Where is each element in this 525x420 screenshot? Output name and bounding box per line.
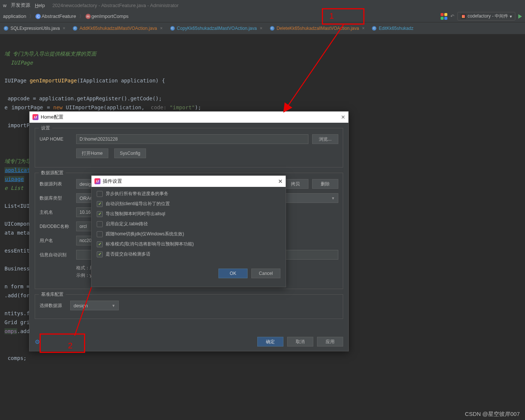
chk-async-progress[interactable]: 异步执行所有带有进度条的事务: [97, 191, 280, 197]
plugin-settings-dialog: IJ 插件设置 ✕ 异步执行所有带有进度条的事务 自动识别client端导出补丁…: [91, 175, 286, 287]
chk-auto-client-patch[interactable]: 自动识别client端导出补丁的位置: [97, 201, 280, 207]
dialog-titlebar[interactable]: IJ 插件设置 ✕: [91, 176, 286, 187]
checkbox-icon[interactable]: [97, 241, 103, 247]
copy-button[interactable]: 拷贝: [282, 179, 308, 189]
titlebar: w 开发资源 Help 2024newcodefactory - Abstrac…: [0, 0, 525, 10]
uap-home-input[interactable]: [76, 134, 308, 144]
breadcrumb-sep-icon: 〉: [79, 13, 84, 20]
ok-button[interactable]: OK: [218, 269, 248, 278]
legend-base: 基准库配置: [39, 291, 66, 298]
intellij-icon: [461, 14, 466, 19]
baselib-fieldset: 基准库配置 选择数据源 design▼: [35, 294, 343, 319]
checkbox-icon[interactable]: [97, 191, 103, 197]
base-ds-select[interactable]: design▼: [70, 301, 119, 310]
close-icon[interactable]: ×: [160, 26, 163, 31]
class-icon: C: [35, 14, 41, 19]
checkbox-icon[interactable]: [97, 201, 103, 207]
close-icon[interactable]: ✕: [278, 178, 283, 184]
close-icon[interactable]: ×: [63, 26, 65, 31]
odbc-label: DB/ODBC名称: [40, 223, 72, 230]
menu-dev-resources[interactable]: 开发资源: [11, 2, 30, 9]
checkbox-icon[interactable]: [97, 211, 103, 217]
java-class-icon: C: [4, 26, 8, 31]
chk-follow-home-jdk[interactable]: 跟随home切换jdk(仅Windows系统生效): [97, 231, 280, 237]
ai-assistant-icon[interactable]: [441, 13, 447, 20]
breadcrumb-bar: application 〉 C AbstractFeature 〉 m genI…: [0, 10, 525, 22]
legend-settings: 设置: [39, 125, 52, 131]
close-icon[interactable]: ×: [362, 26, 364, 31]
browse-button[interactable]: 浏览...: [312, 134, 338, 144]
tab-editkk[interactable]: CEditKk65shukadz: [368, 22, 417, 34]
chk-auto-multilang[interactable]: 是否提交自动检测多语: [97, 251, 280, 257]
java-class-icon: C: [170, 26, 175, 31]
gear-icon[interactable]: ⚙: [35, 338, 40, 345]
breadcrumb-sep-icon: 〉: [29, 13, 34, 20]
dialog-footer: OK Cancel: [91, 265, 286, 282]
method-icon: m: [86, 14, 91, 19]
dialog-title: Home配置: [41, 114, 63, 120]
settings-fieldset: 设置 UAP HOME 浏览... 打开Home SysConfig: [35, 128, 343, 167]
apply-button[interactable]: 应用: [317, 337, 343, 347]
editor-tabs: CSQLExpressionUtils.java× CAddKk65shukad…: [0, 22, 525, 34]
window-title: 2024newcodefactory - AbstractFeature.jav…: [52, 3, 178, 8]
dialog-title: 插件设置: [103, 178, 122, 185]
dropdown-arrow-icon: ▾: [510, 14, 512, 19]
tab-sqlexpressionutils[interactable]: CSQLExpressionUtils.java×: [0, 22, 69, 34]
uap-home-label: UAP HOME: [40, 137, 72, 142]
back-icon[interactable]: ↶: [450, 13, 454, 19]
tab-copykk[interactable]: CCopyKk65shukadzallMastVOAction.java×: [167, 22, 266, 34]
run-config-select[interactable]: codefactory - 中间件 ▾: [457, 12, 515, 21]
java-class-icon: C: [372, 26, 376, 31]
breadcrumb-application[interactable]: application: [3, 13, 26, 19]
ds-list-label: 数据源列表: [40, 181, 72, 187]
open-home-button[interactable]: 打开Home: [76, 148, 108, 158]
intellij-icon: IJ: [32, 114, 38, 120]
run-button-icon[interactable]: [518, 14, 522, 19]
host-label: 主机名: [40, 209, 72, 216]
dropdown-arrow-icon: ▼: [331, 196, 335, 200]
checkbox-icon[interactable]: [97, 231, 103, 237]
cancel-button[interactable]: 取消: [287, 337, 313, 347]
java-class-icon: C: [73, 26, 77, 31]
run-config-label: codefactory - 中间件: [467, 13, 508, 19]
chk-export-allsql[interactable]: 导出预制脚本时同时导出allsql: [97, 211, 280, 217]
breadcrumb-class[interactable]: AbstractFeature: [41, 13, 76, 19]
dropdown-arrow-icon: ▼: [112, 304, 115, 308]
chk-custom-table-path[interactable]: 启用自定义.table路径: [97, 221, 280, 227]
chk-standard-mode[interactable]: 标准模式(取消勾选将影响导出预制脚本功能): [97, 241, 280, 247]
close-icon[interactable]: ×: [260, 26, 262, 31]
auto-detect-label: 信息自动识别: [40, 252, 72, 258]
close-icon[interactable]: ✕: [341, 114, 345, 120]
tab-addkk[interactable]: CAddKk65shukadzallMastVOAction.java×: [69, 22, 166, 34]
base-ds-label: 选择数据源: [40, 303, 66, 309]
intellij-icon: IJ: [94, 178, 100, 184]
user-label: 用户名: [40, 238, 72, 244]
breadcrumb-method[interactable]: genImportComps: [91, 13, 129, 19]
sysconfig-button[interactable]: SysConfig: [114, 148, 146, 158]
checkbox-icon[interactable]: [97, 221, 103, 227]
db-type-label: 数据库类型: [40, 195, 72, 201]
ok-button[interactable]: 确定: [257, 337, 283, 347]
menu-help[interactable]: Help: [35, 3, 45, 8]
checkbox-icon[interactable]: [97, 251, 103, 257]
menu-w[interactable]: w: [3, 3, 6, 8]
watermark: CSDN @星空彼岸007: [465, 411, 520, 418]
dialog-footer: ⚙ 确定 取消 应用: [35, 337, 343, 347]
legend-ds: 数据源配置: [39, 170, 66, 176]
cancel-button[interactable]: Cancel: [251, 269, 280, 278]
tab-deletekk[interactable]: CDeleteKk65shukadzallMastVOAction.java×: [266, 22, 369, 34]
dialog-titlebar[interactable]: IJ Home配置 ✕: [29, 112, 348, 123]
delete-button[interactable]: 删除: [312, 179, 338, 189]
java-class-icon: C: [270, 26, 274, 31]
